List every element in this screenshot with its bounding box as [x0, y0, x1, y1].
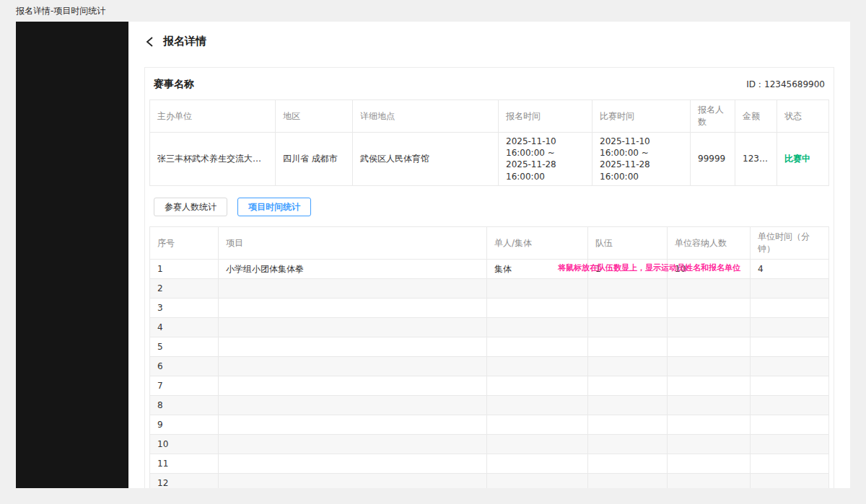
event-status-badge: 比赛中 — [777, 133, 829, 186]
table-row: 8 — [150, 396, 829, 415]
cell-capacity — [668, 474, 751, 488]
cell-type — [487, 357, 588, 376]
event-id-label: ID： — [746, 79, 764, 89]
event-col-status: 状态 — [777, 100, 829, 133]
cell-capacity — [668, 415, 751, 435]
cell-project — [219, 376, 487, 396]
cell-project — [219, 337, 487, 357]
sidebar — [16, 22, 128, 488]
cell-type — [487, 415, 588, 435]
detail-card: 赛事名称 ID：12345689900 主办单位 地区 详细地点 报名时间 — [144, 67, 834, 488]
cell-team[interactable] — [588, 435, 668, 454]
tab-participant-count[interactable]: 参赛人数统计 — [154, 198, 227, 216]
table-row: 12 — [150, 474, 829, 488]
cell-team[interactable] — [588, 376, 668, 396]
event-cell-region: 四川省 成都市 — [276, 133, 353, 186]
cell-capacity — [668, 376, 751, 396]
event-table-header-row: 主办单位 地区 详细地点 报名时间 比赛时间 报名人数 金额 状态 — [150, 100, 829, 133]
cell-project — [219, 396, 487, 415]
table-row: 5 — [150, 337, 829, 357]
cell-minutes — [751, 318, 829, 337]
cell-no: 8 — [150, 396, 219, 415]
cell-project — [219, 279, 487, 299]
cell-type — [487, 279, 588, 299]
cell-no: 1 — [150, 260, 219, 279]
event-col-signup-count: 报名人数 — [691, 100, 735, 133]
table-row: 1 小学组小团体集体拳 集体 1 10 4 — [150, 260, 829, 279]
cell-team[interactable] — [588, 299, 668, 318]
cell-minutes — [751, 415, 829, 435]
main-content: 报名详情 赛事名称 ID：12345689900 主办单位 地区 — [128, 22, 850, 488]
project-col-team: 队伍 — [588, 227, 668, 260]
cell-minutes — [751, 279, 829, 299]
project-col-no: 序号 — [150, 227, 219, 260]
cell-team[interactable] — [588, 415, 668, 435]
cell-no: 5 — [150, 337, 219, 357]
cell-no: 7 — [150, 376, 219, 396]
event-col-organizer: 主办单位 — [150, 100, 276, 133]
cell-type — [487, 396, 588, 415]
project-col-type: 单人/集体 — [487, 227, 588, 260]
event-col-signup-time: 报名时间 — [499, 100, 592, 133]
event-cell-organizer: 张三丰杯武术养生交流大会组委会 — [150, 133, 276, 186]
cell-capacity — [668, 318, 751, 337]
project-table-wrap: 序号 项目 单人/集体 队伍 单位容纳人数 单位时间（分钟） 1 小学 — [149, 226, 829, 488]
cell-no: 10 — [150, 435, 219, 454]
cell-no: 4 — [150, 318, 219, 337]
cell-minutes — [751, 376, 829, 396]
cell-minutes — [751, 337, 829, 357]
cell-no: 12 — [150, 474, 219, 488]
page-header: 报名详情 — [144, 22, 834, 58]
cell-type — [487, 318, 588, 337]
table-row: 11 — [150, 454, 829, 474]
cell-capacity — [668, 454, 751, 474]
cell-no: 6 — [150, 357, 219, 376]
event-cell-signup-count: 99999 — [691, 133, 735, 186]
event-id-value: 12345689900 — [764, 79, 825, 89]
project-table-header-row: 序号 项目 单人/集体 队伍 单位容纳人数 单位时间（分钟） — [150, 227, 829, 260]
cell-project: 小学组小团体集体拳 — [219, 260, 487, 279]
event-cell-venue: 武侯区人民体育馆 — [353, 133, 499, 186]
cell-team[interactable] — [588, 454, 668, 474]
cell-team[interactable] — [588, 337, 668, 357]
project-col-minutes: 单位时间（分钟） — [751, 227, 829, 260]
event-cell-amount: 12345 — [735, 133, 777, 186]
back-icon[interactable] — [144, 36, 156, 48]
event-id: ID：12345689900 — [746, 79, 825, 91]
cell-capacity — [668, 279, 751, 299]
cell-type — [487, 337, 588, 357]
cell-capacity — [668, 337, 751, 357]
cell-type: 集体 — [487, 260, 588, 279]
cell-project — [219, 318, 487, 337]
cell-capacity: 10 — [668, 260, 751, 279]
event-row: 张三丰杯武术养生交流大会组委会 四川省 成都市 武侯区人民体育馆 2025-11… — [150, 133, 829, 186]
cell-team[interactable] — [588, 357, 668, 376]
cell-project — [219, 474, 487, 488]
cell-team[interactable] — [588, 279, 668, 299]
cell-project — [219, 299, 487, 318]
tab-project-time[interactable]: 项目时间统计 — [237, 198, 311, 216]
table-row: 3 — [150, 299, 829, 318]
cell-capacity — [668, 357, 751, 376]
cell-capacity — [668, 396, 751, 415]
cell-minutes: 4 — [751, 260, 829, 279]
window-title: 报名详情-项目时间统计 — [0, 0, 866, 22]
cell-minutes — [751, 396, 829, 415]
project-col-project: 项目 — [219, 227, 487, 260]
cell-team[interactable] — [588, 396, 668, 415]
event-col-amount: 金额 — [735, 100, 777, 133]
cell-team[interactable] — [588, 318, 668, 337]
cell-minutes — [751, 299, 829, 318]
cell-no: 2 — [150, 279, 219, 299]
cell-no: 11 — [150, 454, 219, 474]
cell-type — [487, 376, 588, 396]
table-row: 9 — [150, 415, 829, 435]
event-title: 赛事名称 — [154, 78, 194, 91]
cell-team[interactable]: 1 — [588, 260, 668, 279]
cell-minutes — [751, 435, 829, 454]
event-cell-match-time: 2025-11-10 16:00:00 ~ 2025-11-28 16:00:0… — [592, 133, 691, 186]
event-col-region: 地区 — [276, 100, 353, 133]
cell-project — [219, 454, 487, 474]
cell-minutes — [751, 474, 829, 488]
cell-team[interactable] — [588, 474, 668, 488]
